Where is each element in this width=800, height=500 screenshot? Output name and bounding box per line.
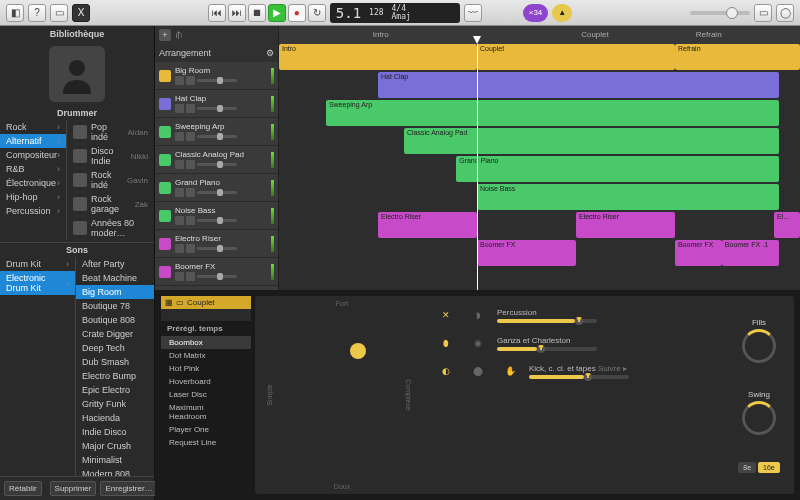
track-header[interactable]: Big Room	[155, 62, 278, 90]
notepad-button[interactable]: ▭	[754, 4, 772, 22]
fills-knob[interactable]	[742, 329, 776, 363]
stop-button[interactable]: ⏹	[248, 4, 266, 22]
region-lock-icon[interactable]: ▦	[165, 298, 173, 307]
ruler[interactable]: IntroCoupletRefrain	[279, 26, 800, 44]
drum-part-icon[interactable]: ✕	[433, 304, 459, 326]
solo-button[interactable]	[186, 272, 195, 281]
solo-button[interactable]	[186, 132, 195, 141]
timeline[interactable]: IntroCoupletRefrain IntroCoupletRefrainH…	[279, 26, 800, 290]
arrangement-marker[interactable]: Refrain	[696, 30, 722, 39]
tool-x[interactable]: X	[72, 4, 90, 22]
swing-knob[interactable]	[742, 401, 776, 435]
quick-help[interactable]: ?	[28, 4, 46, 22]
kit-preset-item[interactable]: Beat Machine	[76, 271, 154, 285]
drummer-item[interactable]: Rock garageZak	[67, 192, 154, 216]
kit-preset-item[interactable]: Modern 808	[76, 467, 154, 476]
drum-part-icon[interactable]: ✋	[497, 360, 523, 382]
kit-preset-item[interactable]: After Party	[76, 257, 154, 271]
record-button[interactable]: ●	[288, 4, 306, 22]
mute-button[interactable]	[175, 76, 184, 85]
track-header[interactable]: Boomer FX	[155, 258, 278, 286]
arrangement-settings-icon[interactable]: ⚙	[266, 48, 274, 58]
region[interactable]: El…	[774, 212, 800, 238]
rewind-button[interactable]: ⏮	[208, 4, 226, 22]
track-header[interactable]: Electro Riser	[155, 230, 278, 258]
playhead[interactable]	[477, 44, 478, 290]
count-in-badge[interactable]: ×34	[523, 4, 549, 22]
solo-button[interactable]	[186, 188, 195, 197]
solo-button[interactable]	[186, 76, 195, 85]
beat-preset-item[interactable]: Hot Pink	[161, 362, 251, 375]
region[interactable]: Boomer FX .1	[722, 240, 779, 266]
region[interactable]: Grand Piano	[456, 156, 779, 182]
solo-button[interactable]	[186, 104, 195, 113]
genre-item[interactable]: Compositeur	[0, 148, 66, 162]
kit-preset-item[interactable]: Major Crush	[76, 439, 154, 453]
solo-button[interactable]	[186, 244, 195, 253]
mute-button[interactable]	[175, 160, 184, 169]
track-header[interactable]: Hat Clap	[155, 90, 278, 118]
region[interactable]: Intro	[279, 44, 477, 70]
kit-preset-item[interactable]: Gritty Funk	[76, 397, 154, 411]
kit-preset-item[interactable]: Big Room	[76, 285, 154, 299]
editors-toggle[interactable]: ▭	[50, 4, 68, 22]
drum-part-icon[interactable]: ⬮	[433, 332, 459, 354]
kit-preset-item[interactable]: Minimalist	[76, 453, 154, 467]
solo-button[interactable]	[186, 216, 195, 225]
track-volume[interactable]	[197, 191, 237, 194]
beat-preset-item[interactable]: Request Line	[161, 436, 251, 449]
kit-preset-item[interactable]: Indie Disco	[76, 425, 154, 439]
beat-preset-item[interactable]: Player One	[161, 423, 251, 436]
track-volume[interactable]	[197, 163, 237, 166]
xy-puck[interactable]	[350, 343, 366, 359]
play-button[interactable]: ▶	[268, 4, 286, 22]
revert-button[interactable]: Rétablir	[4, 481, 42, 496]
region-link-icon[interactable]: ▭	[176, 298, 184, 307]
add-track-button[interactable]: +	[159, 29, 171, 41]
save-button[interactable]: Enregistrer…	[100, 481, 157, 496]
xy-pad[interactable]: Fort Doux Simple Complexe	[267, 308, 417, 482]
mixer-icon[interactable]: ⫛	[175, 30, 184, 40]
mute-button[interactable]	[175, 244, 184, 253]
kit-preset-item[interactable]: Crate Digger	[76, 327, 154, 341]
beat-preset-item[interactable]: Laser Disc	[161, 388, 251, 401]
region[interactable]: Noise Bass	[477, 184, 779, 210]
region[interactable]: Couplet	[477, 44, 675, 70]
mute-button[interactable]	[175, 216, 184, 225]
beat-preset-item[interactable]: Dot Matrix	[161, 349, 251, 362]
track-header[interactable]: Grand Piano	[155, 174, 278, 202]
region[interactable]: Classic Analog Pad	[404, 128, 779, 154]
kit-category-item[interactable]: Drum Kit	[0, 257, 75, 271]
mute-button[interactable]	[175, 272, 184, 281]
loops-button[interactable]: ◯	[776, 4, 794, 22]
part-complexity-slider[interactable]	[529, 375, 629, 379]
lcd-display[interactable]: 5.1 128 4/4 Amaj	[330, 3, 460, 23]
arrangement-marker[interactable]: Intro	[373, 30, 389, 39]
library-toggle[interactable]: ◧	[6, 4, 24, 22]
genre-item[interactable]: Électronique	[0, 176, 66, 190]
kit-preset-item[interactable]: Hacienda	[76, 411, 154, 425]
editor-tabs[interactable]	[161, 309, 251, 321]
track-header[interactable]: Noise Bass	[155, 202, 278, 230]
genre-item[interactable]: R&B	[0, 162, 66, 176]
genre-item[interactable]: Alternatif	[0, 134, 66, 148]
drummer-item[interactable]: Disco IndieNikki	[67, 144, 154, 168]
cycle-button[interactable]: ↻	[308, 4, 326, 22]
track-volume[interactable]	[197, 275, 237, 278]
drummer-item[interactable]: Rock indéGavin	[67, 168, 154, 192]
genre-item[interactable]: Percussion	[0, 204, 66, 218]
kit-preset-item[interactable]: Boutique 808	[76, 313, 154, 327]
track-header[interactable]: Sweeping Arp	[155, 118, 278, 146]
drummer-avatar[interactable]	[49, 46, 105, 102]
tuner-button[interactable]: 〰	[464, 4, 482, 22]
drum-part-icon[interactable]: ◐	[433, 360, 459, 382]
kit-preset-item[interactable]: Boutique 78	[76, 299, 154, 313]
beat-preset-item[interactable]: Boombox	[161, 336, 251, 349]
drummer-item[interactable]: Années 80 moder…	[67, 216, 154, 240]
drummer-item[interactable]: Pop indéAidan	[67, 120, 154, 144]
part-complexity-slider[interactable]	[497, 319, 597, 323]
forward-button[interactable]: ⏭	[228, 4, 246, 22]
region[interactable]: Hat Clap	[378, 72, 779, 98]
solo-button[interactable]	[186, 160, 195, 169]
kit-category-item[interactable]: Electronic Drum Kit	[0, 271, 75, 295]
